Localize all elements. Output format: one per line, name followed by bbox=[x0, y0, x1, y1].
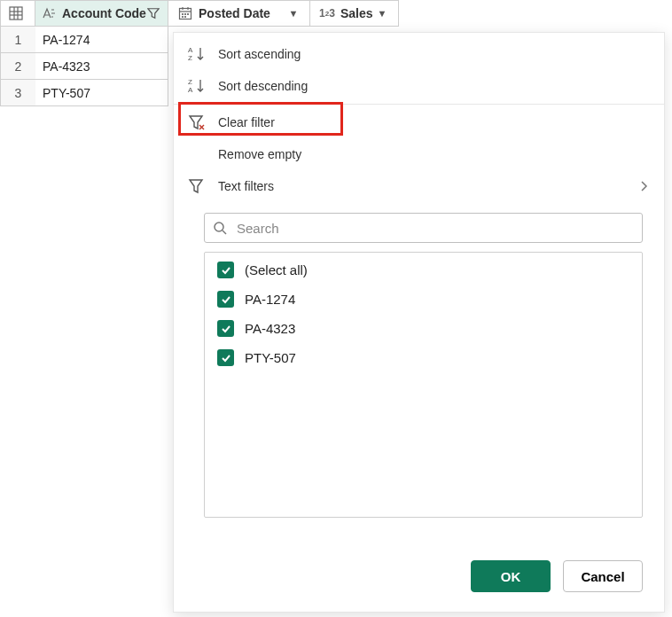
check-item[interactable]: PA-4323 bbox=[217, 320, 629, 337]
filter-popup: A Z Sort ascending Z A Sort descending bbox=[173, 32, 665, 613]
text-filters-item[interactable]: Text filters bbox=[174, 170, 664, 202]
column-header-sales[interactable]: 123 Sales ▼ bbox=[310, 0, 399, 27]
svg-point-12 bbox=[183, 17, 184, 18]
svg-text:A: A bbox=[188, 86, 193, 94]
svg-point-11 bbox=[188, 14, 189, 15]
clear-filter-icon bbox=[186, 114, 207, 130]
popup-menu: A Z Sort ascending Z A Sort descending bbox=[174, 33, 664, 207]
check-item[interactable]: PTY-507 bbox=[217, 349, 629, 366]
table-options-button[interactable] bbox=[0, 0, 35, 27]
table-icon bbox=[8, 6, 24, 20]
menu-label: Sort ascending bbox=[218, 47, 301, 61]
checkbox-checked-icon bbox=[217, 320, 234, 337]
column-label: Account Code bbox=[62, 6, 146, 20]
svg-text:Z: Z bbox=[188, 54, 192, 62]
search-wrap bbox=[204, 213, 643, 243]
svg-text:Z: Z bbox=[188, 78, 192, 86]
search-input[interactable] bbox=[204, 213, 643, 243]
check-select-all[interactable]: (Select all) bbox=[217, 262, 629, 278]
column-label: Sales bbox=[340, 6, 373, 20]
chevron-down-icon[interactable]: ▼ bbox=[285, 8, 302, 19]
number-type-icon: 123 bbox=[317, 7, 337, 20]
svg-point-10 bbox=[185, 14, 186, 15]
svg-point-22 bbox=[215, 223, 223, 231]
chevron-down-icon[interactable]: ▼ bbox=[373, 8, 391, 19]
sort-desc-icon: Z A bbox=[186, 78, 207, 94]
check-item[interactable]: PA-1274 bbox=[217, 291, 629, 308]
popup-footer: OK Cancel bbox=[174, 544, 664, 612]
checkbox-checked-icon bbox=[217, 262, 234, 278]
remove-empty-item[interactable]: Remove empty bbox=[174, 138, 664, 170]
cancel-button[interactable]: Cancel bbox=[563, 560, 643, 592]
svg-rect-0 bbox=[10, 7, 22, 20]
row-number: 2 bbox=[0, 53, 35, 80]
separator bbox=[174, 104, 664, 105]
checkbox-checked-icon bbox=[217, 349, 234, 366]
check-label: (Select all) bbox=[245, 262, 308, 277]
sort-ascending-item[interactable]: A Z Sort ascending bbox=[174, 38, 664, 70]
cell-account[interactable]: PTY-507 bbox=[35, 80, 168, 106]
row-number: 3 bbox=[0, 80, 35, 106]
checkbox-checked-icon bbox=[217, 291, 234, 308]
svg-point-9 bbox=[183, 14, 184, 15]
row-number: 1 bbox=[0, 27, 35, 53]
svg-line-23 bbox=[223, 230, 226, 234]
search-icon bbox=[213, 221, 227, 235]
header-row: Account Code Posted Date ▼ 123 Sales ▼ bbox=[0, 0, 672, 27]
sort-descending-item[interactable]: Z A Sort descending bbox=[174, 70, 664, 102]
column-header-account[interactable]: Account Code bbox=[35, 0, 168, 27]
column-label: Posted Date bbox=[199, 6, 285, 20]
cell-account[interactable]: PA-1274 bbox=[35, 27, 168, 53]
filter-active-icon bbox=[146, 1, 160, 26]
svg-text:A: A bbox=[188, 46, 193, 54]
filter-checklist: (Select all) PA-1274 PA-4323 PTY-507 bbox=[204, 252, 643, 518]
cell-account[interactable]: PA-4323 bbox=[35, 53, 168, 80]
menu-label: Sort descending bbox=[218, 79, 308, 93]
check-label: PA-1274 bbox=[245, 292, 295, 307]
clear-filter-item[interactable]: Clear filter bbox=[174, 106, 664, 138]
chevron-right-icon bbox=[639, 180, 648, 192]
filter-icon bbox=[186, 178, 207, 194]
text-type-icon bbox=[43, 7, 59, 20]
date-type-icon bbox=[176, 6, 195, 20]
check-label: PA-4323 bbox=[245, 321, 295, 336]
column-header-posted[interactable]: Posted Date ▼ bbox=[168, 0, 310, 27]
svg-point-13 bbox=[185, 17, 186, 18]
ok-button[interactable]: OK bbox=[471, 560, 551, 592]
menu-label: Text filters bbox=[218, 179, 274, 193]
sort-asc-icon: A Z bbox=[186, 46, 207, 62]
menu-label: Clear filter bbox=[218, 115, 275, 129]
check-label: PTY-507 bbox=[245, 350, 296, 365]
menu-label: Remove empty bbox=[218, 147, 301, 161]
